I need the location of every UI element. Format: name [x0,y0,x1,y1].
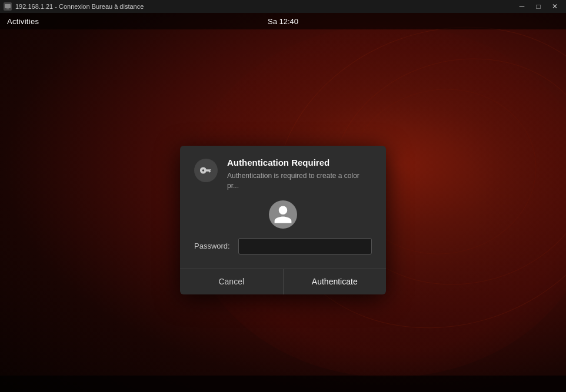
window-title: 192.168.1.21 - Connexion Bureau à distan… [15,3,144,10]
modal-overlay: Authentication Required Authentication i… [0,13,566,392]
ubuntu-desktop: Activities Sa 12:40 Authentication Requi… [0,13,566,392]
maximize-button[interactable]: □ [531,1,546,12]
key-icon [199,164,212,177]
app-icon [4,2,12,11]
title-bar: 192.168.1.21 - Connexion Bureau à distan… [0,0,566,13]
dialog-text-block: Authentication Required Authentication i… [227,158,372,191]
auth-dialog: Authentication Required Authentication i… [180,146,386,294]
user-avatar [269,200,297,229]
minimize-button[interactable]: ─ [514,1,530,12]
dialog-description: Authentication is required to create a c… [227,171,372,191]
user-icon [272,204,294,225]
dialog-content: Authentication Required Authentication i… [180,146,386,269]
svg-rect-2 [6,8,9,9]
dialog-buttons: Cancel Authenticate [180,269,386,294]
dialog-header: Authentication Required Authentication i… [194,158,372,191]
password-row: Password: [194,238,372,254]
password-input[interactable] [238,238,372,254]
user-avatar-section [194,200,372,229]
dialog-title: Authentication Required [227,158,372,167]
key-icon-wrapper [194,159,218,182]
password-label: Password: [194,242,232,250]
svg-rect-1 [5,4,11,8]
window-controls: ─ □ ✕ [514,1,562,12]
authenticate-button[interactable]: Authenticate [284,269,387,294]
cancel-button[interactable]: Cancel [180,269,283,294]
title-bar-left: 192.168.1.21 - Connexion Bureau à distan… [4,2,144,11]
close-button[interactable]: ✕ [547,1,562,12]
